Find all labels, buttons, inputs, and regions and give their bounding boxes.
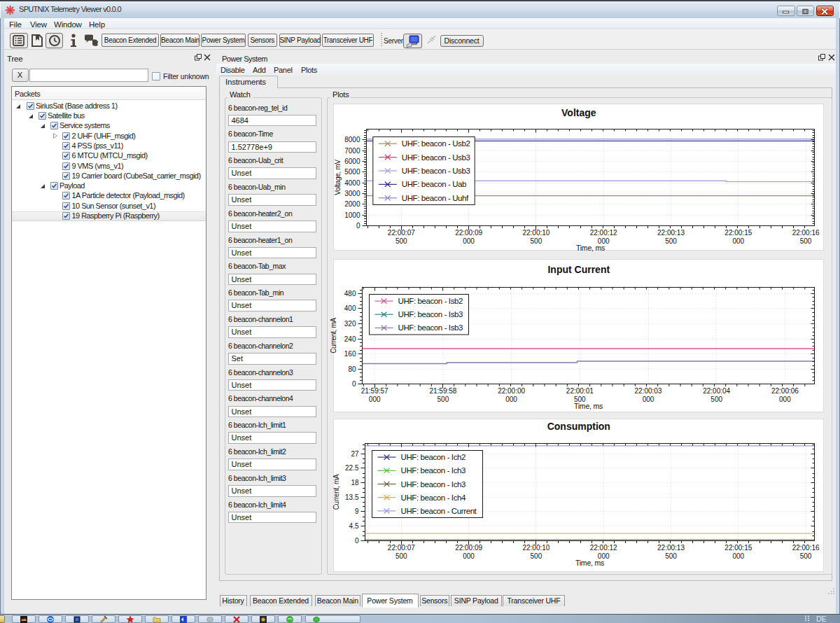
svg-text:500: 500: [530, 237, 542, 245]
svg-text:2000: 2000: [344, 200, 360, 208]
svg-text:000: 000: [779, 396, 791, 403]
svg-text:UHF: beacon - Ich3: UHF: beacon - Ich3: [400, 466, 465, 475]
svg-text:UHF: beacon - Usb2: UHF: beacon - Usb2: [401, 139, 470, 148]
svg-text:0: 0: [351, 380, 356, 388]
svg-text:UHF: beacon - Isb2: UHF: beacon - Isb2: [398, 297, 463, 305]
svg-text:UHF: beacon - Usb3: UHF: beacon - Usb3: [401, 153, 470, 161]
svg-text:22:00:15: 22:00:15: [724, 229, 752, 237]
svg-text:UHF: beacon - Isb3: UHF: beacon - Isb3: [398, 323, 463, 332]
svg-text:480: 480: [344, 290, 356, 298]
svg-text:7000: 7000: [344, 147, 360, 155]
svg-text:320: 320: [344, 320, 356, 328]
svg-text:500: 500: [665, 552, 677, 560]
svg-text:21:59:57: 21:59:57: [360, 387, 388, 395]
svg-text:22:00:04: 22:00:04: [703, 387, 730, 395]
svg-text:000: 000: [642, 396, 654, 403]
svg-text:22:00:15: 22:00:15: [724, 544, 752, 552]
svg-text:240: 240: [344, 335, 356, 343]
svg-text:000: 000: [463, 237, 475, 245]
svg-text:Current, mA: Current, mA: [332, 474, 340, 510]
svg-text:22:00:13: 22:00:13: [657, 544, 685, 552]
svg-text:5000: 5000: [344, 168, 360, 176]
svg-text:6000: 6000: [344, 158, 360, 165]
svg-text:UHF: beacon - Current: UHF: beacon - Current: [400, 506, 477, 514]
svg-text:UHF: beacon - Ich3: UHF: beacon - Ich3: [400, 479, 465, 488]
svg-text:000: 000: [732, 552, 744, 560]
svg-text:500: 500: [530, 552, 542, 560]
svg-text:22:00:12: 22:00:12: [589, 229, 617, 237]
svg-text:UHF: beacon - Ich4: UHF: beacon - Ich4: [400, 493, 466, 501]
svg-text:22:00:07: 22:00:07: [387, 544, 414, 552]
svg-text:UHF: beacon - Ich2: UHF: beacon - Ich2: [400, 453, 465, 461]
svg-text:22:00:01: 22:00:01: [566, 387, 593, 395]
svg-text:21:59:58: 21:59:58: [429, 387, 456, 395]
svg-text:9: 9: [354, 507, 358, 515]
svg-text:000: 000: [505, 396, 517, 403]
svg-text:22:00:12: 22:00:12: [589, 544, 617, 552]
svg-text:22:00:16: 22:00:16: [792, 544, 819, 552]
svg-text:500: 500: [395, 552, 407, 560]
svg-text:22:00:00: 22:00:00: [498, 387, 525, 395]
svg-text:500: 500: [395, 237, 407, 245]
svg-text:13.5: 13.5: [345, 493, 359, 501]
svg-text:Current, mA: Current, mA: [329, 317, 337, 353]
svg-text:Voltage: Voltage: [561, 107, 596, 118]
svg-text:000: 000: [732, 237, 744, 245]
svg-text:000: 000: [463, 552, 475, 560]
svg-text:22.5: 22.5: [345, 464, 359, 472]
svg-text:22:00:16: 22:00:16: [792, 229, 819, 237]
svg-text:Consumption: Consumption: [547, 421, 610, 432]
svg-text:UHF: beacon - Usb3: UHF: beacon - Usb3: [401, 167, 470, 175]
svg-text:27: 27: [351, 450, 359, 458]
svg-text:8000: 8000: [344, 136, 360, 144]
svg-text:1000: 1000: [344, 211, 360, 219]
svg-text:000: 000: [368, 396, 380, 403]
svg-text:22:00:09: 22:00:09: [455, 229, 482, 237]
svg-text:80: 80: [348, 365, 356, 373]
svg-text:500: 500: [665, 237, 677, 245]
svg-text:400: 400: [344, 304, 356, 312]
svg-text:Time, ms: Time, ms: [575, 244, 604, 252]
svg-text:22:00:09: 22:00:09: [455, 544, 482, 552]
svg-text:Input Current: Input Current: [547, 264, 610, 275]
svg-text:22:00:06: 22:00:06: [771, 387, 798, 395]
svg-text:500: 500: [437, 396, 449, 403]
svg-text:Time, ms: Time, ms: [575, 559, 603, 567]
svg-text:22:00:13: 22:00:13: [657, 229, 685, 237]
svg-text:3000: 3000: [344, 190, 360, 197]
svg-text:0: 0: [356, 222, 360, 230]
svg-text:Time, ms: Time, ms: [573, 402, 602, 410]
svg-text:500: 500: [710, 396, 722, 403]
svg-text:4.5: 4.5: [349, 522, 358, 530]
svg-text:500: 500: [799, 552, 811, 560]
svg-text:UHF: beacon - Uab: UHF: beacon - Uab: [401, 180, 465, 188]
svg-text:4000: 4000: [344, 179, 360, 187]
svg-text:22:00:10: 22:00:10: [522, 544, 550, 552]
svg-text:160: 160: [344, 350, 356, 358]
svg-text:UHF: beacon - Uuhf: UHF: beacon - Uuhf: [401, 193, 468, 202]
svg-text:Voltage, mV: Voltage, mV: [333, 159, 341, 195]
svg-text:22:00:10: 22:00:10: [522, 229, 550, 237]
svg-text:18: 18: [351, 479, 359, 486]
svg-text:UHF: beacon - Isb3: UHF: beacon - Isb3: [398, 310, 463, 318]
svg-text:22:00:07: 22:00:07: [387, 229, 414, 237]
svg-text:500: 500: [799, 237, 811, 245]
svg-text:0: 0: [354, 537, 358, 545]
svg-text:22:00:03: 22:00:03: [634, 387, 662, 395]
